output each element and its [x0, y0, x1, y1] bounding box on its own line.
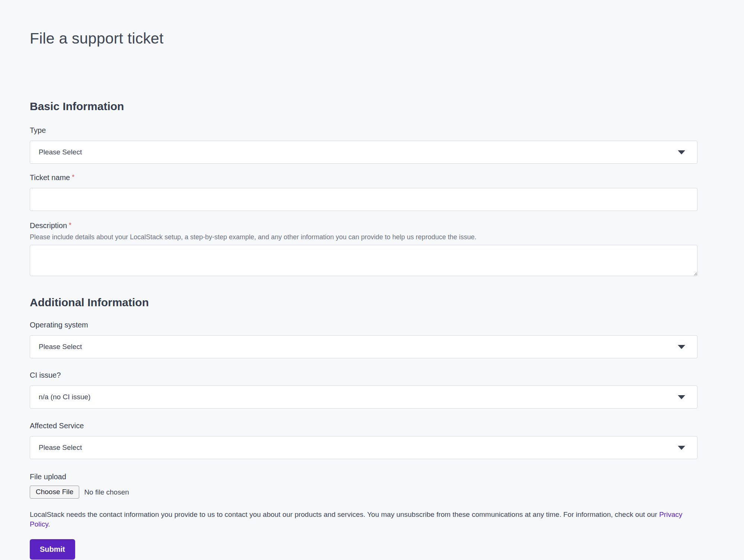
description-textarea[interactable]	[30, 245, 698, 276]
required-asterisk: *	[69, 221, 71, 229]
operating-system-select-value: Please Select	[39, 343, 82, 351]
affected-service-label-text: Affected Service	[30, 422, 84, 430]
description-label-text: Description	[30, 221, 67, 230]
ci-issue-select[interactable]: n/a (no CI issue)	[30, 385, 698, 409]
page-title: File a support ticket	[30, 30, 698, 47]
affected-service-select[interactable]: Please Select	[30, 436, 698, 459]
chevron-down-icon	[678, 446, 685, 450]
type-label-text: Type	[30, 126, 46, 134]
ticket-name-input[interactable]	[30, 188, 698, 211]
submit-button[interactable]: Submit	[30, 539, 75, 560]
choose-file-button[interactable]: Choose File	[30, 486, 79, 499]
section-heading-additional-information: Additional Information	[30, 296, 698, 309]
ticket-name-label-text: Ticket name	[30, 173, 70, 182]
privacy-notice-text: LocalStack needs the contact information…	[30, 511, 659, 518]
ticket-name-label: Ticket name*	[30, 173, 698, 182]
file-upload-label-text: File upload	[30, 473, 66, 481]
section-heading-basic-information: Basic Information	[30, 100, 698, 113]
type-select-value: Please Select	[39, 148, 82, 156]
description-helper-text: Please include details about your LocalS…	[30, 233, 698, 241]
description-label: Description*	[30, 221, 698, 230]
ci-issue-label-text: CI issue?	[30, 371, 61, 379]
type-label: Type	[30, 126, 698, 135]
support-ticket-form: File a support ticket Basic Information …	[0, 30, 744, 560]
operating-system-select[interactable]: Please Select	[30, 335, 698, 358]
file-upload-control: Choose File No file chosen	[30, 486, 698, 499]
ci-issue-select-value: n/a (no CI issue)	[39, 393, 90, 401]
ci-issue-label: CI issue?	[30, 371, 698, 380]
affected-service-label: Affected Service	[30, 422, 698, 430]
file-upload-status: No file chosen	[84, 488, 129, 496]
chevron-down-icon	[678, 395, 685, 399]
type-select[interactable]: Please Select	[30, 141, 698, 164]
file-upload-label: File upload	[30, 473, 698, 481]
chevron-down-icon	[678, 345, 685, 349]
required-asterisk: *	[72, 173, 74, 181]
privacy-notice-text-end: .	[48, 520, 50, 528]
chevron-down-icon	[678, 150, 685, 154]
affected-service-select-value: Please Select	[39, 444, 82, 452]
privacy-notice: LocalStack needs the contact information…	[30, 510, 698, 529]
operating-system-label-text: Operating system	[30, 321, 88, 329]
operating-system-label: Operating system	[30, 321, 698, 329]
